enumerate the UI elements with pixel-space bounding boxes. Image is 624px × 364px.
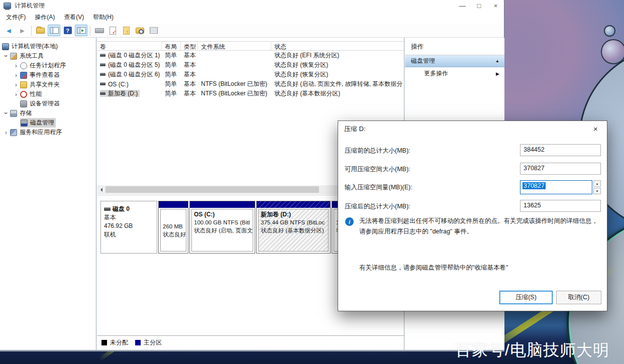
device-manager-icon: [20, 100, 27, 107]
legend-unallocated-swatch: [101, 340, 107, 345]
folder-up-icon[interactable]: [34, 25, 47, 36]
services-icon: [10, 129, 17, 136]
cancel-button[interactable]: 取消(C): [556, 291, 601, 304]
available-shrink-value: 370827: [520, 163, 601, 175]
minimize-button[interactable]: —: [454, 0, 471, 11]
chevron-right-icon[interactable]: [12, 71, 20, 79]
scroll-left-icon[interactable]: [97, 185, 106, 194]
volume-table-body: (磁盘 0 磁盘分区 1) 简单 基本 状态良好 (EFI 系统分区) (磁盘 …: [97, 51, 404, 98]
volume-icon: [100, 93, 106, 95]
storage-icon: [10, 110, 17, 117]
shrink-amount-label: 输入压缩空间量(MB)(E):: [345, 183, 412, 192]
volume-icon: [100, 55, 106, 57]
total-size-before-value: 384452: [520, 144, 601, 156]
tree-item-storage[interactable]: 存储: [0, 108, 96, 118]
total-size-after-value: 13625: [520, 200, 601, 212]
help-icon[interactable]: [61, 25, 74, 36]
partition-d-selected[interactable]: 新加卷 (D:) 375.44 GB NTFS (BitLoc 状态良好 (基本…: [256, 201, 331, 254]
dialog-title-bar[interactable]: 压缩 D: ×: [338, 121, 607, 137]
chevron-right-icon[interactable]: [12, 62, 20, 69]
shared-folders-icon: [20, 81, 27, 88]
total-size-before-label: 压缩前的总计大小(MB):: [345, 147, 410, 155]
table-row-selected[interactable]: 新加卷 (D:) 简单 基本 NTFS (BitLocker 已加密) 状态良好…: [97, 89, 404, 98]
show-action-pane-icon[interactable]: [75, 25, 87, 36]
wallpaper-bubble-medium: [601, 39, 624, 64]
tree-item-computer-management[interactable]: 计算机管理(本地): [0, 42, 96, 51]
system-tools-icon: [10, 53, 17, 60]
menu-action[interactable]: 操作(A): [30, 12, 59, 23]
watermark: 百家号/电脑技师大明: [455, 339, 609, 361]
shrink-dialog: 压缩 D: × 压缩前的总计大小(MB): 可用压缩空间大小(MB): 输入压缩…: [338, 120, 607, 311]
tree-item-disk-management[interactable]: 磁盘管理: [0, 118, 96, 128]
table-row[interactable]: (磁盘 0 磁盘分区 1) 简单 基本 状态良好 (EFI 系统分区): [97, 51, 404, 60]
column-header-volume[interactable]: 卷: [97, 42, 162, 50]
chevron-right-icon[interactable]: [12, 81, 20, 88]
disk-icon: [104, 208, 111, 211]
tree-item-shared-folders[interactable]: 共享文件夹: [0, 80, 96, 89]
back-icon[interactable]: ◄: [3, 25, 15, 36]
close-button[interactable]: ×: [487, 0, 504, 11]
table-row[interactable]: (磁盘 0 磁盘分区 5) 简单 基本 状态良好 (恢复分区): [97, 60, 404, 70]
performance-icon: [20, 91, 27, 98]
computer-icon: [2, 43, 9, 50]
partition-color-bar: [257, 201, 330, 208]
volume-icon: [100, 74, 106, 76]
find-folder-icon[interactable]: [134, 25, 146, 36]
action-section-disk-management[interactable]: 磁盘管理: [405, 55, 504, 67]
chevron-down-icon[interactable]: [2, 52, 10, 60]
toolbar-separator: [31, 26, 32, 36]
maximize-button[interactable]: □: [471, 0, 487, 11]
partition-color-bar: [190, 201, 255, 208]
dialog-close-icon[interactable]: ×: [584, 121, 607, 137]
validate-icon[interactable]: [107, 25, 119, 36]
tree-item-device-manager[interactable]: 设备管理器: [0, 99, 96, 108]
menu-help[interactable]: 帮助(H): [88, 12, 118, 23]
menu-bar: 文件(F) 操作(A) 查看(V) 帮助(H): [0, 11, 504, 24]
shrink-amount-input[interactable]: 370827: [520, 180, 592, 194]
spinner-up-icon[interactable]: [593, 180, 601, 187]
collapse-icon[interactable]: [495, 59, 499, 63]
submenu-arrow-icon: [496, 71, 499, 76]
app-icon: [4, 3, 11, 9]
tree-item-system-tools[interactable]: 系统工具: [0, 51, 96, 61]
partition-os-c[interactable]: OS (C:) 100.00 GB NTFS (Bitl 状态良好 (启动, 页…: [189, 201, 255, 254]
column-header-type[interactable]: 类型: [181, 42, 198, 50]
total-size-after-label: 压缩后的总计大小(MB):: [345, 202, 410, 211]
disk-management-icon: [21, 119, 28, 127]
partition-efi[interactable]: 260 MB 状态良好: [158, 201, 188, 254]
action-pane-title: 操作: [405, 38, 504, 55]
table-row[interactable]: OS (C:) 简单 基本 NTFS (BitLocker 已加密) 状态良好 …: [97, 79, 404, 89]
dialog-title: 压缩 D:: [344, 125, 366, 134]
wallpaper-bubble-small: [604, 25, 615, 37]
legend-primary-swatch: [135, 340, 141, 345]
table-row[interactable]: (磁盘 0 磁盘分区 6) 简单 基本 状态良好 (恢复分区): [97, 70, 404, 79]
scrollbar-thumb[interactable]: [106, 186, 319, 193]
chevron-right-icon[interactable]: [12, 90, 20, 98]
toolbar: ◄ ►: [0, 24, 504, 38]
tree-item-services-applications[interactable]: 服务和应用程序: [0, 128, 96, 137]
screen: 计算机管理 — □ × 文件(F) 操作(A) 查看(V) 帮助(H) ◄ ►: [0, 0, 624, 364]
chevron-down-icon[interactable]: [2, 109, 10, 117]
tree-item-event-viewer[interactable]: 事件查看器: [0, 70, 96, 80]
task-scheduler-icon: [20, 62, 27, 69]
chevron-right-icon[interactable]: [2, 129, 10, 136]
tree-item-performance[interactable]: 性能: [0, 89, 96, 99]
forward-icon[interactable]: ►: [16, 25, 29, 36]
partition-color-bar: [159, 201, 188, 208]
menu-view[interactable]: 查看(V): [59, 12, 88, 23]
import-file-icon[interactable]: [120, 25, 133, 36]
column-header-layout[interactable]: 布局: [162, 42, 181, 50]
properties-icon[interactable]: [147, 25, 160, 36]
column-header-status[interactable]: 状态: [271, 42, 404, 50]
export-list-icon[interactable]: [93, 25, 106, 36]
menu-file[interactable]: 文件(F): [2, 12, 30, 23]
title-bar[interactable]: 计算机管理 — □ ×: [0, 0, 504, 11]
info-text: 无法将卷压缩到超出任何不可移动的文件所在的点。有关完成该操作时间的详细信息，请参…: [359, 216, 600, 237]
tree-item-task-scheduler[interactable]: 任务计划程序: [0, 61, 96, 70]
spinner-down-icon[interactable]: [593, 188, 601, 194]
column-header-filesystem[interactable]: 文件系统: [198, 42, 271, 50]
disk-0-info-box[interactable]: 磁盘 0 基本 476.92 GB 联机: [100, 201, 157, 254]
shrink-button[interactable]: 压缩(S): [499, 291, 553, 304]
show-console-tree-icon[interactable]: [48, 25, 60, 36]
more-actions-item[interactable]: 更多操作: [405, 67, 504, 80]
